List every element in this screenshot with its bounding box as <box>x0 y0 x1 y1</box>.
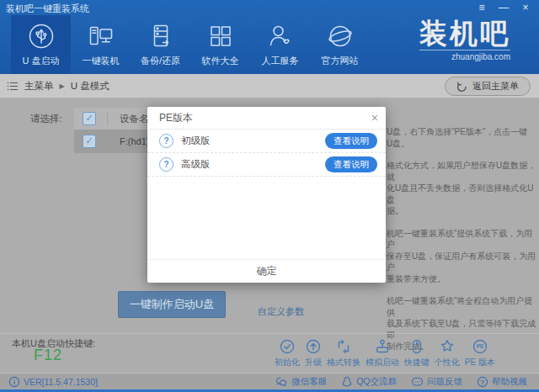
instructions-paragraph: 机吧一键重装系统”提供系统下载，为用户保存至U盘，保证用户有系统可装，为用户重装… <box>387 228 536 285</box>
backup-restore-icon <box>147 22 175 50</box>
personalize-star-icon <box>439 338 456 355</box>
nav-item-one-key-install[interactable]: 一键装机 <box>71 15 131 74</box>
toolbar-format-convert-button[interactable]: 格式转换 <box>327 338 360 368</box>
nav-item-usb-boot[interactable]: U 盘启动 <box>11 15 71 74</box>
pe-version-dialog: PE版本 × ? 初级版 查看说明 ? 高级版 查看说明 确定 <box>147 107 386 283</box>
pe-version-icon: PE <box>472 338 488 355</box>
return-main-menu-label: 返回主菜单 <box>472 80 519 93</box>
version-text: VER[11.5.47.1530] <box>24 377 98 387</box>
custom-params-link[interactable]: 自定义参数 <box>258 305 304 318</box>
footer-links: 微信客服 QQ交流群 问题反馈 ? 帮助视频 <box>275 376 527 388</box>
usb-icon <box>27 22 56 50</box>
help-video-icon: ? <box>477 376 488 388</box>
dialog-header: PE版本 × <box>147 107 386 130</box>
dialog-footer: 确定 <box>147 259 386 283</box>
window-controls: ≡ — × <box>475 2 532 13</box>
hotkey-mouse-icon <box>408 338 425 355</box>
breadcrumb-root[interactable]: 主菜单 <box>24 80 54 93</box>
bottom-toolbar: 初始化 升级 格式转换 模拟启动 快捷键 <box>275 338 495 368</box>
nav-item-label: U 盘启动 <box>23 55 60 67</box>
footer-bar: VER[11.5.47.1530] 微信客服 QQ交流群 <box>0 373 539 390</box>
toolbar-hotkey-button[interactable]: 快捷键 <box>404 338 430 368</box>
qq-group-link[interactable]: QQ交流群 <box>341 376 397 388</box>
feedback-bubble-icon <box>411 376 424 388</box>
select-all-checkbox[interactable]: ✓ <box>83 112 96 125</box>
view-description-button[interactable]: 查看说明 <box>325 156 377 172</box>
dialog-title: PE版本 <box>159 111 193 125</box>
breadcrumb-arrow-icon: ▶ <box>60 82 65 90</box>
instructions-paragraph: 格式化方式，如果用户想保存U盘数据，就化U盘且不丢失数据，否则选择格式化U盘据。 <box>387 160 536 217</box>
dialog-body-spacer <box>147 177 386 259</box>
nav-item-label: 官方网站 <box>322 55 359 67</box>
question-circle-icon: ? <box>159 134 173 148</box>
breadcrumb-current: U 盘模式 <box>71 80 109 93</box>
instructions-text: U盘，右下角选择“PE版本”，点击一键U盘。 格式化方式，如果用户想保存U盘数据… <box>387 126 536 363</box>
make-boot-usb-button[interactable]: 一键制作启动U盘 <box>118 291 226 318</box>
svg-text:PE: PE <box>477 343 484 349</box>
main-nav: U 盘启动 一键装机 备份/还原 <box>11 15 370 74</box>
question-circle-icon: ? <box>159 157 173 172</box>
pe-option-advanced-row: ? 高级版 查看说明 <box>147 153 386 177</box>
confirm-button[interactable]: 确定 <box>257 264 277 278</box>
svg-text:?: ? <box>481 379 485 386</box>
instructions-paragraph: U盘，右下角选择“PE版本”，点击一键U盘。 <box>387 126 536 149</box>
nav-item-backup-restore[interactable]: 备份/还原 <box>131 15 190 74</box>
close-icon[interactable]: × <box>519 2 532 13</box>
toolbar-initialize-button[interactable]: 初始化 <box>275 338 300 368</box>
breadcrumb: 主菜单 ▶ U 盘模式 返回主菜单 <box>0 74 539 98</box>
brand-logo-domain: zhuangjiba.com <box>419 50 510 61</box>
toolbar-pe-version-button[interactable]: PE PE 版本 <box>465 338 495 368</box>
qq-icon <box>341 376 353 388</box>
pe-option-label: 初级版 <box>181 135 211 147</box>
header: 装机吧一键重装系统 ≡ — × U 盘启动 <box>0 0 539 74</box>
simulate-boot-icon <box>374 338 391 355</box>
info-circle-icon <box>8 376 20 388</box>
device-name-column-header: 设备名 <box>107 113 149 125</box>
list-icon <box>7 81 19 92</box>
return-arrow-icon <box>456 82 467 92</box>
nav-item-human-service[interactable]: 人工服务 <box>250 15 310 74</box>
feedback-link[interactable]: 问题反馈 <box>411 376 462 388</box>
boot-hotkey-value: F12 <box>34 347 62 364</box>
brand-logo: 装机吧 zhuangjiba.com <box>419 19 510 61</box>
nav-item-label: 一键装机 <box>83 55 120 67</box>
brand-logo-text: 装机吧 <box>419 19 510 49</box>
return-main-menu-button[interactable]: 返回主菜单 <box>445 77 531 96</box>
nav-item-label: 人工服务 <box>262 55 299 67</box>
minimize-icon[interactable]: — <box>497 2 510 13</box>
apps-grid-icon <box>206 22 235 50</box>
toolbar-personalize-button[interactable]: 个性化 <box>435 338 460 368</box>
support-person-icon <box>266 22 295 50</box>
device-row-checkbox[interactable]: ✓ <box>83 135 96 148</box>
nav-item-official-website[interactable]: 官方网站 <box>310 15 370 74</box>
nav-item-label: 备份/还原 <box>141 55 180 67</box>
view-description-button[interactable]: 查看说明 <box>325 133 377 149</box>
version-info: VER[11.5.47.1530] <box>8 376 98 388</box>
app-window: 装机吧一键重装系统 ≡ — × U 盘启动 <box>0 0 539 392</box>
toolbar-simulate-boot-button[interactable]: 模拟启动 <box>366 338 399 368</box>
nav-item-label: 软件大全 <box>202 55 239 67</box>
toolbar-upgrade-button[interactable]: 升级 <box>305 338 322 368</box>
pe-option-basic-row: ? 初级版 查看说明 <box>147 130 386 153</box>
nav-item-software-collection[interactable]: 软件大全 <box>190 15 250 74</box>
wechat-support-link[interactable]: 微信客服 <box>275 376 327 388</box>
desktop-computer-icon <box>87 22 115 50</box>
pe-option-label: 高级版 <box>181 158 211 171</box>
dialog-close-icon[interactable]: × <box>371 112 378 124</box>
menu-icon[interactable]: ≡ <box>475 2 488 13</box>
section-divider <box>0 333 539 334</box>
init-check-icon <box>279 338 296 355</box>
globe-icon <box>326 22 355 50</box>
help-video-link[interactable]: ? 帮助视频 <box>477 376 527 388</box>
upgrade-arrow-icon <box>305 338 322 355</box>
select-device-label: 请选择: <box>30 113 62 125</box>
wechat-icon <box>275 376 288 388</box>
format-convert-icon <box>335 338 352 355</box>
window-title: 装机吧一键重装系统 <box>6 3 89 15</box>
